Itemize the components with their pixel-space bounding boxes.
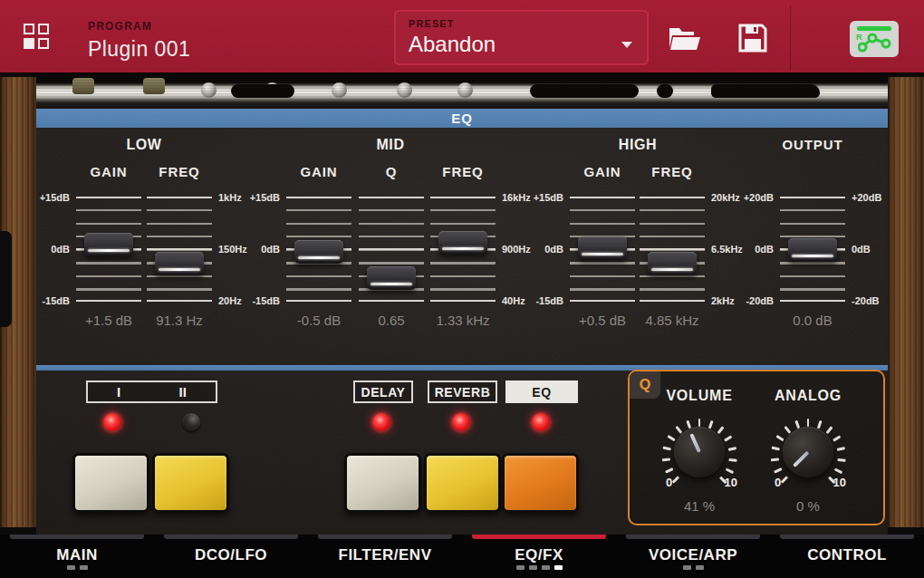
tab-indicator [780,535,914,539]
high-freq-value: 4.85 kHz [622,313,722,328]
hardware-cutout [530,84,639,98]
low-gain-slider[interactable]: +15dB0dB-15dB [73,188,144,310]
hardware-knob [143,78,165,94]
program-section: PROGRAM Plugin 001 [88,20,190,62]
mid-freq-slider[interactable]: 16kHz900Hz40Hz [428,188,498,310]
output-slider[interactable]: +20dB0dB-20dB +20dB0dB-20dB [777,188,848,310]
left-edge-notch [0,231,12,327]
tab-page-dots [0,565,154,570]
bank-2-pad[interactable] [152,453,229,513]
output-label: OUTPUT [782,137,842,152]
save-preset-button[interactable] [732,20,774,56]
volume-knob[interactable]: 0 10 [654,407,745,497]
output-scale-right: +20dB0dB-20dB [852,188,897,310]
low-gain-slider-handle[interactable] [84,233,133,256]
page-dot [542,565,550,570]
eq-button[interactable]: EQ [505,381,578,403]
preset-label: PRESET [409,18,634,29]
tab-page-dots [616,565,770,570]
knob-body [674,427,725,477]
output-slider-handle[interactable] [788,238,837,262]
bank-selector[interactable]: I II [86,381,217,403]
volume-label: VOLUME [666,388,732,404]
volume-value: 41 % [645,498,754,514]
reverb-led [452,413,470,431]
mid-gain-slider-handle[interactable] [294,240,343,264]
tab-indicator [164,535,298,539]
grid-square [38,24,49,34]
automation-read-button[interactable]: R [850,21,899,57]
mid-freq-value: 1.33 kHz [413,313,513,328]
preset-dropdown[interactable]: PRESET Abandon [394,10,649,65]
hardware-cutout [657,84,673,98]
open-preset-button[interactable] [664,20,706,56]
page-dot [80,565,88,570]
header-divider [790,5,791,70]
tab-page-dots [462,565,616,570]
output-scale-left: +20dB0dB-20dB [728,188,774,310]
main-menu-icon[interactable] [24,24,51,51]
knob-min-label: 0 [666,476,672,489]
bank-1-label[interactable]: I [117,384,120,400]
tab-control[interactable]: CONTROL [770,535,924,578]
analog-label: ANALOG [775,388,842,404]
mid-freq-slider-handle[interactable] [438,231,487,255]
section-header-high: HIGH [619,137,658,153]
bank-1-pad[interactable] [72,453,149,513]
analog-value: 0 % [754,498,862,514]
mid-gain-slider[interactable]: +15dB0dB-15dB [284,188,354,310]
mid-gain-label: GAIN [300,164,337,179]
slider-ticks [147,197,212,303]
hardware-knob [72,78,94,94]
bank-1-led [103,413,121,431]
low-gain-scale: +15dB0dB-15dB [24,188,70,310]
tab-main[interactable]: MAIN [0,535,154,578]
knob-min-label: 0 [775,476,781,489]
output-value: 0.0 dB [763,313,862,328]
low-freq-slider-handle[interactable] [155,252,204,275]
knob-pointer [689,433,701,453]
high-freq-slider[interactable]: 20kHz6.5kHz2kHz [637,188,707,310]
plugin-editor-window: PROGRAM Plugin 001 PRESET Abandon R [0,0,924,578]
high-freq-label: FREQ [651,164,692,179]
mid-freq-label: FREQ [442,164,483,179]
delay-pad[interactable] [344,453,421,513]
page-dot [554,565,563,570]
tab-filter-env[interactable]: FILTER/ENV [308,535,462,578]
program-name[interactable]: Plugin 001 [88,37,190,62]
high-gain-slider[interactable]: +15dB0dB-15dB [567,188,638,310]
bank-2-label[interactable]: II [179,384,187,400]
eq-pad[interactable] [502,453,579,513]
folder-open-icon [668,24,702,52]
reverb-button[interactable]: REVERB [428,381,497,403]
slider-ticks [570,197,635,303]
tab-indicator [626,535,760,539]
tab-dco-lfo[interactable]: DCO/LFO [154,535,308,578]
low-freq-slider[interactable]: 1kHz150Hz20Hz [144,188,215,310]
reverb-pad[interactable] [424,453,501,513]
page-dot [516,565,525,570]
hardware-rear-strip [36,77,888,109]
slider-ticks [359,197,424,303]
low-freq-value: 91.3 Hz [130,313,229,328]
eq-section-header: EQ [36,109,888,128]
knob-max-label: 10 [725,476,737,489]
automation-curve-icon [858,33,894,53]
tab-indicator [472,535,606,539]
knob-max-label: 10 [833,476,846,489]
qlink-badge[interactable]: Q [630,371,660,399]
mid-q-slider[interactable] [356,188,427,310]
tab-voice-arp[interactable]: VOICE/ARP [616,535,770,578]
high-gain-slider-handle[interactable] [578,236,627,260]
page-dot [529,565,537,570]
mid-q-slider-handle[interactable] [367,266,416,290]
low-freq-label: FREQ [159,164,199,179]
qlink-panel: Q VOLUME 0 10 41 % ANALOG 0 10 0 % [628,370,885,525]
delay-button[interactable]: DELAY [353,381,413,403]
analog-knob[interactable]: 0 10 [763,407,853,497]
top-bar: PROGRAM Plugin 001 PRESET Abandon R [0,0,924,75]
high-freq-slider-handle[interactable] [648,252,697,275]
bottom-tab-bar: MAIN DCO/LFO FILTER/ENV EQ/FX VOICE/ARP … [0,535,924,578]
tab-eq-fx[interactable]: EQ/FX [462,535,616,578]
knob-body [783,427,833,477]
